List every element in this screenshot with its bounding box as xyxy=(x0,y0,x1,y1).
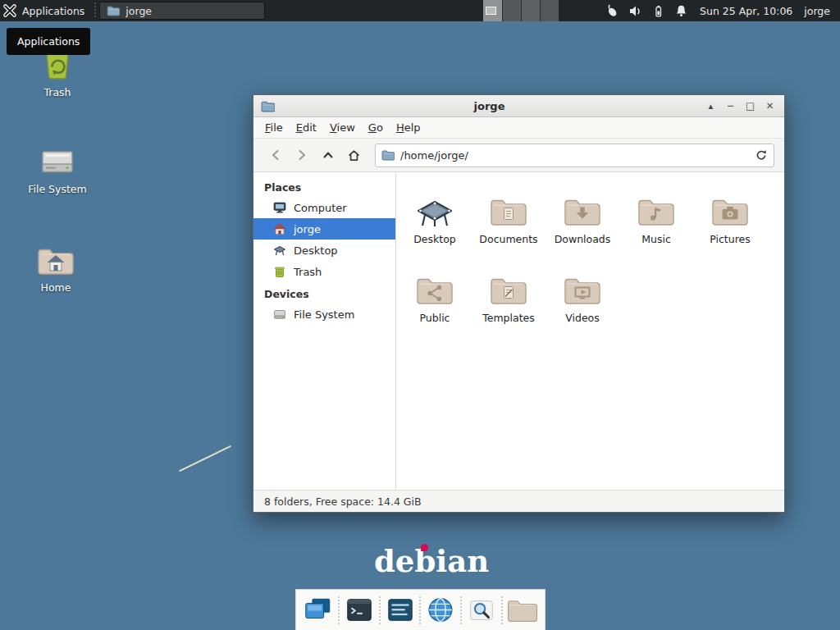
workspace-1[interactable] xyxy=(483,0,502,21)
file-item-documents[interactable]: Documents xyxy=(472,185,545,264)
location-bar[interactable]: /home/jorge/ xyxy=(375,144,774,167)
desktop-icon-label: Trash xyxy=(18,86,97,98)
file-item-public[interactable]: Public xyxy=(399,264,471,343)
trash-icon xyxy=(273,265,286,278)
file-manager-window: jorge ▴ ─ □ ✕ File Edit View Go Help xyxy=(253,94,785,513)
pathbar-text: /home/jorge/ xyxy=(400,149,468,162)
desktop-icon-home[interactable]: Home xyxy=(16,241,95,294)
debian-swirl-icon xyxy=(421,544,428,551)
toolbar: /home/jorge/ xyxy=(253,139,784,172)
folder-icon xyxy=(506,596,539,624)
dock-separator xyxy=(379,596,381,624)
dock-app-finder-launcher[interactable] xyxy=(465,594,498,627)
taskbar-folder-icon xyxy=(107,4,120,17)
power-battery-icon[interactable] xyxy=(651,4,665,18)
workspace-4[interactable] xyxy=(540,0,559,21)
notifications-bell-icon[interactable] xyxy=(674,4,688,18)
workspace-2[interactable] xyxy=(502,0,521,21)
xfce-menu-icon xyxy=(2,3,17,18)
panel-username: jorge xyxy=(804,5,830,17)
desk-icon xyxy=(415,185,454,228)
home-folder-icon xyxy=(36,244,75,277)
displays-icon xyxy=(303,595,334,626)
file-item-pictures[interactable]: Pictures xyxy=(694,185,766,264)
hard-drive-icon xyxy=(39,146,76,179)
workspace-window-thumb xyxy=(486,7,496,15)
applications-menu-button[interactable]: Applications xyxy=(0,0,93,21)
taskbar-window-label: jorge xyxy=(126,5,152,17)
workspace-3[interactable] xyxy=(521,0,540,21)
home-button[interactable] xyxy=(342,144,366,167)
sidebar: Places Computer jorge Desktop Trash Devi… xyxy=(253,172,396,490)
menu-file[interactable]: File xyxy=(258,119,290,136)
dock-separator xyxy=(501,596,503,624)
console-icon xyxy=(385,595,416,626)
desktop-icon xyxy=(273,244,286,257)
folder-public-icon xyxy=(415,264,454,307)
minimize-button[interactable]: ─ xyxy=(724,99,737,113)
terminal-icon xyxy=(344,595,375,626)
menu-help[interactable]: Help xyxy=(390,119,427,136)
panel-separator xyxy=(94,2,96,19)
system-tray xyxy=(605,3,688,18)
dock-console-launcher[interactable] xyxy=(384,594,417,627)
status-text: 8 folders, Free space: 14.4 GiB xyxy=(264,495,422,508)
menu-edit[interactable]: Edit xyxy=(290,119,323,136)
reload-button[interactable] xyxy=(755,148,768,162)
applications-tooltip: Applications xyxy=(7,28,90,55)
sidebar-header-places: Places xyxy=(253,176,395,197)
forward-button[interactable] xyxy=(290,144,313,167)
dock-separator xyxy=(338,596,340,624)
panel-clock[interactable]: Sun 25 Apr, 10:06 xyxy=(700,5,792,17)
sidebar-item-desktop[interactable]: Desktop xyxy=(253,240,395,261)
window-title: jorge xyxy=(275,100,704,112)
dock-displays-launcher[interactable] xyxy=(302,594,335,627)
folder-downloads-icon xyxy=(563,185,602,228)
bottom-dock xyxy=(295,589,546,630)
shade-button[interactable]: ▴ xyxy=(704,99,718,113)
home-icon xyxy=(273,222,286,235)
debian-logo: debian xyxy=(374,543,489,579)
file-item-music[interactable]: Music xyxy=(620,185,692,264)
top-panel: Applications jorge xyxy=(0,0,840,21)
menu-go[interactable]: Go xyxy=(362,119,390,136)
applications-menu-label: Applications xyxy=(22,5,84,17)
sidebar-item-computer[interactable]: Computer xyxy=(253,197,395,218)
desktop-icon-label: Home xyxy=(16,281,95,294)
file-item-desktop[interactable]: Desktop xyxy=(399,185,471,264)
menubar: File Edit View Go Help xyxy=(253,117,784,139)
sidebar-item-file-system[interactable]: File System xyxy=(253,304,395,325)
folder-templates-icon xyxy=(489,264,528,307)
file-list-view[interactable]: Desktop Documents Downloads Music Pictur… xyxy=(396,172,784,490)
globe-icon xyxy=(425,595,456,626)
folder-pictures-icon xyxy=(710,185,750,228)
taskbar-window-button[interactable]: jorge xyxy=(99,2,265,20)
window-controls: ▴ ─ □ ✕ xyxy=(704,99,777,113)
file-item-videos[interactable]: Videos xyxy=(546,264,619,343)
mouse-settings-icon[interactable] xyxy=(605,3,619,18)
volume-icon[interactable] xyxy=(628,4,642,18)
up-button[interactable] xyxy=(316,144,340,167)
debian-logo-text: debian xyxy=(374,543,489,579)
window-titlebar[interactable]: jorge ▴ ─ □ ✕ xyxy=(253,95,784,117)
sidebar-item-trash[interactable]: Trash xyxy=(253,261,395,282)
dock-web-browser-launcher[interactable] xyxy=(424,594,457,627)
folder-music-icon xyxy=(637,185,676,228)
panel-right-area: Sun 25 Apr, 10:06 jorge xyxy=(483,0,840,21)
file-item-templates[interactable]: Templates xyxy=(472,264,545,343)
menu-view[interactable]: View xyxy=(323,119,362,136)
sidebar-item-jorge[interactable]: jorge xyxy=(253,218,395,240)
file-item-downloads[interactable]: Downloads xyxy=(546,185,619,264)
hard-drive-icon xyxy=(273,308,286,321)
desktop-icon-label: File System xyxy=(18,183,97,195)
window-titlebar-folder-icon xyxy=(261,99,275,113)
maximize-button[interactable]: □ xyxy=(743,99,757,113)
dock-file-manager-launcher[interactable] xyxy=(506,594,539,627)
close-button[interactable]: ✕ xyxy=(763,99,777,113)
dock-terminal-launcher[interactable] xyxy=(343,594,376,627)
folder-videos-icon xyxy=(563,264,602,307)
desktop-icon-file-system[interactable]: File System xyxy=(18,143,97,195)
folder-documents-icon xyxy=(489,185,528,228)
back-button[interactable] xyxy=(263,144,287,167)
computer-icon xyxy=(273,201,286,214)
